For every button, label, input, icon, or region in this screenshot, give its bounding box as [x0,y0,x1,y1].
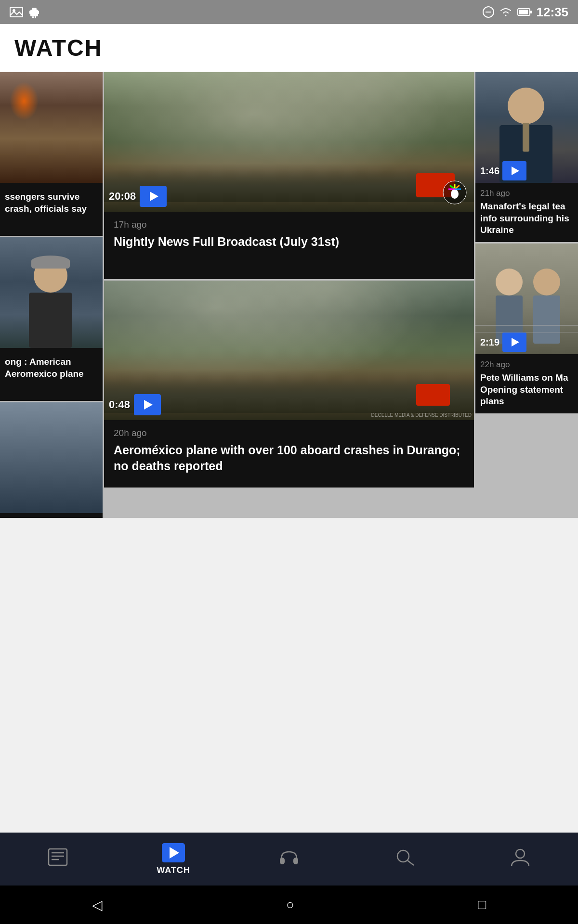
status-icons [10,6,39,18]
search-icon [394,848,415,871]
newspaper-icon [48,848,68,871]
svg-rect-49 [293,858,298,864]
image-icon [10,7,23,17]
app-title: WATCH [14,35,102,61]
right-duration-2: 2:19 [480,337,499,348]
play-overlay-1[interactable]: 20:08 [109,186,167,207]
center-card-2-info: 20h ago Aeroméxico plane with over 100 a… [104,420,474,488]
status-bar: 12:35 [0,0,578,24]
main-content: ssengers survive crash, officials say [0,72,578,833]
left-card-2[interactable]: ong : American Aeromexico plane [0,237,103,401]
bottom-nav: WATCH [0,833,578,886]
svg-point-40 [533,269,560,295]
nav-item-news[interactable] [0,848,116,871]
duration-1: 20:08 [109,190,136,203]
svg-point-50 [397,850,409,862]
right-card-2-time: 22h ago [480,360,573,370]
svg-rect-48 [280,858,285,864]
svg-point-38 [496,269,523,295]
svg-rect-12 [530,11,532,13]
nav-item-search[interactable] [347,848,462,871]
play-overlay-2[interactable]: 0:48 [109,394,161,415]
left-card-1[interactable]: ssengers survive crash, officials say [0,72,103,236]
android-icon [29,6,39,18]
svg-rect-11 [519,10,528,14]
recent-button[interactable]: □ [478,897,486,912]
right-play-1[interactable] [502,161,526,180]
left-card-2-title: ong : American Aeromexico plane [5,356,98,380]
center-card-1-title: Nightly News Full Broadcast (July 31st) [114,234,464,250]
left-column: ssengers survive crash, officials say [0,72,103,518]
svg-rect-41 [533,295,560,344]
person-icon [510,848,530,871]
svg-rect-7 [35,16,36,18]
play-button-1[interactable] [140,186,167,207]
play-button-2[interactable] [134,394,161,415]
svg-rect-4 [29,11,31,14]
svg-rect-37 [523,123,529,152]
center-card-1-time: 17h ago [114,219,464,230]
svg-rect-3 [32,8,37,11]
back-button[interactable]: ◁ [92,897,103,913]
nav-item-listen[interactable] [231,848,347,871]
app-header: WATCH [0,24,578,72]
svg-rect-44 [49,849,67,865]
system-nav: ◁ ○ □ [0,886,578,924]
svg-point-29 [451,189,459,199]
right-column: 21h ago Manafort's legal tea info surrou… [475,72,578,518]
right-card-1[interactable]: 21h ago Manafort's legal tea info surrou… [475,72,578,242]
center-card-2-time: 20h ago [114,428,464,438]
right-card-2[interactable]: 22h ago Pete Williams on Ma Opening stat… [475,244,578,413]
right-play-2[interactable] [502,333,526,352]
svg-point-52 [516,849,525,858]
center-card-1[interactable]: 20:08 17h ago Nightly News Full Broadcas… [104,72,474,279]
right-card-2-title: Pete Williams on Ma Opening statement pl… [480,372,573,408]
center-card-1-info: 17h ago Nightly News Full Broadcast (Jul… [104,212,474,279]
status-right: 12:35 [483,5,569,20]
minus-icon [483,6,494,18]
right-card-1-time: 21h ago [480,189,573,198]
svg-line-51 [407,860,414,865]
nav-item-watch[interactable]: WATCH [116,843,231,875]
svg-rect-5 [38,11,39,14]
headphones-icon [279,848,299,871]
nav-watch-label: WATCH [157,865,190,875]
right-duration-1: 1:46 [480,166,499,177]
duration-2: 0:48 [109,398,130,411]
svg-rect-6 [32,16,34,18]
right-card-1-title: Manafort's legal tea info surrounding hi… [480,201,573,236]
battery-icon [517,8,532,16]
svg-point-35 [508,88,544,124]
nav-item-profile[interactable] [462,848,578,871]
clock: 12:35 [537,5,569,20]
svg-rect-0 [10,7,23,17]
svg-rect-27 [29,293,72,348]
left-card-3[interactable] [0,402,103,518]
center-card-2[interactable]: DECELLE MEDIA & DEFENSE DISTRIBUTED 0:48… [104,281,474,488]
svg-rect-2 [30,10,38,16]
wifi-icon [499,7,512,17]
home-button[interactable]: ○ [286,897,294,912]
play-icon [162,843,185,862]
svg-rect-26 [31,259,70,269]
left-card-1-title: ssengers survive crash, officials say [5,191,98,215]
center-card-2-title: Aeroméxico plane with over 100 aboard cr… [114,442,464,474]
center-column: 20:08 17h ago Nightly News Full Broadcas… [104,72,474,518]
